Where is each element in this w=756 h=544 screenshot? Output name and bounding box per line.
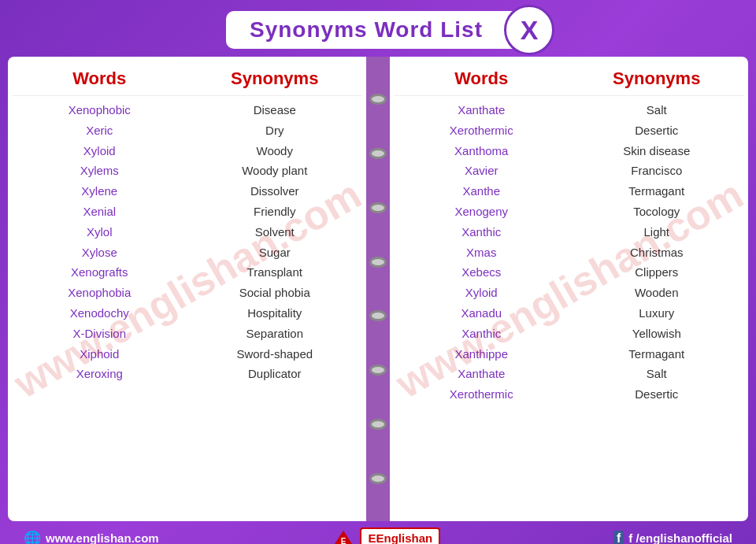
left-synonym-item: Dry [265, 120, 284, 141]
footer-facebook: f f /englishanofficial [613, 531, 732, 545]
logo-e: E [368, 531, 376, 544]
left-synonyms-header: Synonyms [187, 68, 363, 89]
svg-text:E: E [341, 537, 346, 545]
right-word-item: Xanthippe [454, 344, 508, 365]
left-word-item: Xeroxing [76, 364, 123, 384]
left-word-item: Xenografts [71, 262, 128, 283]
right-synonym-item: Termagant [628, 181, 684, 202]
right-word-item: Xanthe [462, 181, 500, 202]
facebook-icon: f [613, 531, 624, 545]
ring-3 [369, 202, 387, 213]
logo-icon: E [332, 529, 355, 545]
right-synonym-item: Wooden [635, 283, 679, 303]
left-word-item: Xenodochy [70, 303, 129, 324]
left-word-item: Xylems [80, 161, 119, 181]
ring-8 [369, 473, 387, 484]
left-col-headers: Words Synonyms [12, 65, 362, 96]
right-word-item: Xanthate [458, 100, 505, 120]
right-synonym-item: Termagant [628, 344, 684, 365]
left-words-col: XenophobicXericXyloidXylemsXyleneXenialX… [12, 100, 187, 384]
left-synonym-item: Separation [246, 324, 303, 344]
logo-text: EEnglishan [360, 527, 440, 544]
ring-1 [369, 94, 387, 105]
x-badge: X [506, 7, 552, 53]
right-synonym-item: Luxury [639, 303, 674, 324]
x-letter: X [521, 15, 539, 46]
right-word-item: Xavier [465, 161, 498, 181]
spiral-binding [366, 57, 390, 521]
right-synonyms-col: SaltDeserticSkin diseaseFranciscoTermaga… [569, 100, 745, 405]
left-word-item: Xylol [87, 222, 113, 242]
left-synonym-item: Hospitality [247, 303, 302, 324]
left-data-rows: XenophobicXericXyloidXylemsXyleneXenialX… [12, 100, 362, 384]
left-synonym-item: Solvent [255, 222, 295, 242]
right-words-col: XanthateXerothermicXanthomaXavierXantheX… [394, 100, 569, 405]
right-synonym-item: Desertic [635, 384, 678, 405]
main-content: www.englishan.com Words Synonyms Xenopho… [8, 57, 748, 521]
left-synonym-item: Social phobia [239, 283, 310, 303]
left-word-item: Xylene [81, 181, 117, 202]
left-word-item: Xylose [82, 242, 117, 263]
right-word-item: Xanthate [458, 364, 505, 384]
left-synonym-item: Sword-shaped [236, 344, 313, 365]
right-word-item: Xyloid [465, 283, 498, 303]
left-word-item: Xenial [83, 202, 116, 222]
right-word-item: Xanthic [461, 324, 501, 344]
left-words-header: Words [12, 68, 187, 89]
left-word-item: X-Division [72, 324, 126, 344]
right-synonym-item: Salt [647, 364, 667, 384]
ring-4 [369, 257, 387, 268]
left-synonym-item: Duplicator [248, 364, 302, 384]
right-word-item: Xanthic [461, 222, 501, 242]
footer-website: 🌐 www.englishan.com [24, 530, 159, 545]
right-synonym-item: Christmas [630, 242, 684, 263]
left-synonym-item: Woody [257, 141, 293, 161]
title-box: Synonyms Word List X [226, 11, 530, 49]
right-panel: www.englishan.com Words Synonyms Xanthat… [390, 57, 748, 521]
right-data-rows: XanthateXerothermicXanthomaXavierXantheX… [394, 100, 744, 405]
right-words-header: Words [394, 68, 569, 89]
website-url: www.englishan.com [46, 531, 159, 544]
right-synonym-item: Desertic [635, 120, 678, 141]
right-synonym-item: Salt [647, 100, 667, 120]
page-title: Synonyms Word List [250, 17, 483, 43]
ring-2 [369, 148, 387, 159]
right-word-item: Xebecs [461, 262, 501, 283]
right-word-item: Xerothermic [450, 384, 513, 405]
left-synonym-item: Transplant [247, 262, 302, 283]
left-synonym-item: Sugar [259, 242, 291, 263]
left-word-item: Xyloid [83, 141, 116, 161]
left-synonym-item: Friendly [254, 202, 295, 222]
page-header: Synonyms Word List X [0, 0, 756, 57]
ring-6 [369, 365, 387, 376]
right-word-item: Xerothermic [450, 120, 513, 141]
right-word-item: Xenogeny [454, 202, 508, 222]
right-word-item: Xanadu [461, 303, 502, 324]
globe-icon: 🌐 [24, 530, 41, 545]
left-synonyms-col: DiseaseDryWoodyWoody plantDissolverFrien… [187, 100, 363, 384]
left-panel: www.englishan.com Words Synonyms Xenopho… [8, 57, 366, 521]
right-synonym-item: Yellowish [632, 324, 681, 344]
ring-7 [369, 419, 387, 430]
left-word-item: Xenophobic [69, 100, 131, 120]
right-col-headers: Words Synonyms [394, 65, 744, 96]
right-synonym-item: Francisco [631, 161, 682, 181]
left-synonym-item: Disease [254, 100, 296, 120]
right-synonym-item: Clippers [635, 262, 678, 283]
logo-rest: Englishan [376, 531, 432, 544]
right-word-item: Xmas [466, 242, 496, 263]
footer-logo: E EEnglishan [332, 527, 440, 544]
page-footer: 🌐 www.englishan.com E EEnglishan f f /en… [0, 521, 756, 544]
ring-5 [369, 310, 387, 321]
left-word-item: Xenophobia [68, 283, 131, 303]
right-synonym-item: Tocology [633, 202, 680, 222]
left-word-item: Xeric [86, 120, 113, 141]
right-synonym-item: Skin disease [623, 141, 690, 161]
right-synonyms-header: Synonyms [569, 68, 745, 89]
left-synonym-item: Woody plant [242, 161, 307, 181]
right-synonym-item: Light [643, 222, 669, 242]
right-word-item: Xanthoma [454, 141, 508, 161]
left-synonym-item: Dissolver [250, 181, 299, 202]
left-word-item: Xiphoid [80, 344, 119, 365]
facebook-url: f /englishanofficial [628, 531, 732, 544]
